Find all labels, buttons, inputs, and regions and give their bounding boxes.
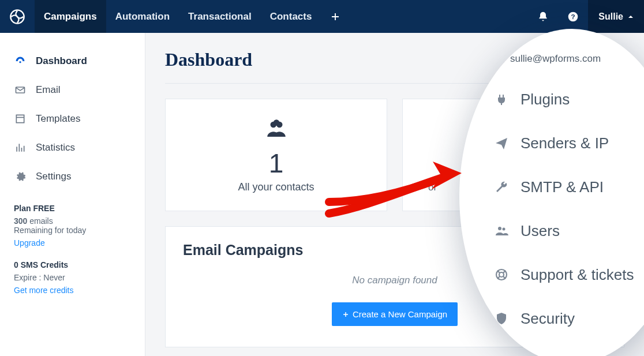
sidebar-item-email[interactable]: Email: [14, 76, 145, 104]
statistics-icon: [14, 142, 27, 153]
send-icon: [494, 136, 509, 150]
popup-item-support[interactable]: Support & tickets: [494, 253, 644, 297]
contacts-count: 1: [171, 148, 381, 179]
app-logo[interactable]: [0, 0, 35, 33]
user-menu-button[interactable]: Sullie: [588, 0, 644, 33]
svg-point-14: [499, 272, 504, 277]
popup-label: Support & tickets: [521, 266, 634, 284]
nav-campaigns[interactable]: Campaigns: [35, 0, 106, 33]
popup-item-smtp-api[interactable]: SMTP & API: [494, 165, 644, 209]
plan-title: Plan FREE: [14, 204, 134, 213]
nav-automation[interactable]: Automation: [106, 0, 179, 33]
gear-icon: [14, 171, 27, 182]
top-nav: Campaigns Automation Transactional Conta…: [0, 0, 644, 33]
card-or-text: or: [428, 182, 437, 193]
notifications-icon[interactable]: [528, 0, 558, 33]
sidebar: Dashboard Email Templates Statistics Set…: [0, 33, 145, 356]
nav-contacts[interactable]: Contacts: [261, 0, 321, 33]
sidebar-label: Dashboard: [36, 55, 87, 67]
lifebuoy-icon: [494, 268, 509, 282]
plan-block: Plan FREE 300 emails Remaining for today…: [14, 204, 145, 248]
popup-item-plugins[interactable]: Plugins: [494, 77, 644, 121]
svg-rect-5: [16, 115, 24, 122]
sidebar-item-statistics[interactable]: Statistics: [14, 133, 145, 162]
svg-point-12: [503, 228, 506, 231]
sms-more-link[interactable]: Get more credits: [14, 286, 73, 295]
card-contacts[interactable]: 1 All your contacts: [165, 99, 387, 211]
sidebar-label: Statistics: [36, 142, 75, 153]
popup-label: SMTP & API: [521, 178, 604, 196]
sidebar-label: Email: [36, 84, 61, 96]
sidebar-item-dashboard[interactable]: Dashboard: [14, 47, 145, 76]
popup-email-text: sullie@wpforms.com: [510, 53, 601, 65]
popup-label: Plugins: [521, 91, 570, 108]
popup-label: Security: [521, 310, 575, 328]
plus-icon: [342, 311, 349, 318]
sms-expire: Expire : Never: [14, 273, 134, 282]
popup-label: Senders & IP: [521, 134, 609, 152]
popup-email: sullie@wpforms.com: [496, 53, 644, 65]
svg-point-8: [273, 119, 279, 126]
contacts-text: All your contacts: [171, 181, 381, 193]
popup-label: Users: [521, 222, 560, 240]
create-campaign-label: Create a New Campaign: [353, 309, 447, 319]
plan-remaining: Remaining for today: [14, 226, 134, 235]
help-icon[interactable]: ?: [558, 0, 588, 33]
plan-email-count: 300: [14, 216, 27, 226]
wrench-icon: [494, 180, 509, 194]
plan-email-label: emails: [29, 216, 53, 226]
popup-item-security[interactable]: Security: [494, 297, 644, 340]
sidebar-label: Templates: [36, 113, 80, 125]
contacts-icon: [171, 117, 381, 143]
plug-icon: [494, 92, 509, 106]
sidebar-label: Settings: [36, 171, 71, 182]
svg-point-3: [19, 61, 21, 63]
nav-transactional[interactable]: Transactional: [179, 0, 261, 33]
user-name: Sullie: [598, 12, 623, 22]
svg-point-11: [498, 227, 501, 230]
caret-up-icon: [628, 14, 634, 20]
sidebar-item-settings[interactable]: Settings: [14, 162, 145, 191]
sms-block: 0 SMS Credits Expire : Never Get more cr…: [14, 260, 145, 295]
users-icon: [494, 224, 509, 238]
popup-item-senders[interactable]: Senders & IP: [494, 121, 644, 165]
dashboard-icon: [14, 55, 27, 67]
create-campaign-button[interactable]: Create a New Campaign: [332, 302, 458, 326]
svg-text:?: ?: [571, 13, 575, 20]
upgrade-link[interactable]: Upgrade: [14, 238, 45, 248]
nav-add-button[interactable]: [321, 0, 350, 33]
sidebar-item-templates[interactable]: Templates: [14, 104, 145, 133]
templates-icon: [14, 113, 27, 125]
popup-item-users[interactable]: Users: [494, 209, 644, 253]
email-icon: [14, 84, 27, 96]
sms-title: 0 SMS Credits: [14, 260, 134, 269]
